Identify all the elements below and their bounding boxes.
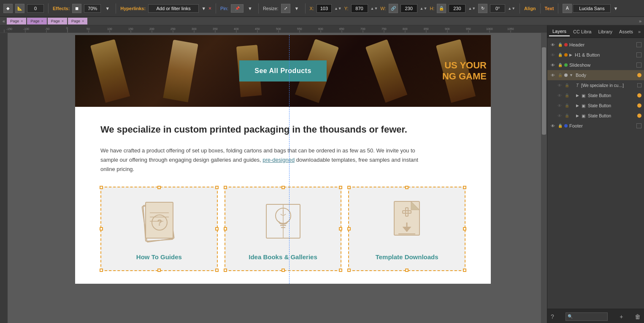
rotation2-stepper[interactable]: ▲▼ [508, 6, 515, 11]
layer-text-specialize[interactable]: 👁 🔒 T [We specialize in cu…] [554, 80, 644, 90]
tab-cc-libra[interactable]: CC Libra [570, 27, 595, 36]
layer-slideshow-lock[interactable]: 🔒 [557, 62, 563, 68]
hyperlinks-input[interactable] [148, 4, 199, 13]
tool-icon[interactable]: ◆ [3, 4, 13, 13]
layer-slideshow-name: Slideshow [569, 62, 635, 68]
layer-sb3-eye[interactable]: 👁 [557, 113, 563, 119]
layer-text-checkbox[interactable] [637, 83, 641, 87]
tabs-bar: « Page × Page × Page × Page × 650 735 87… [0, 17, 644, 25]
layer-footer-checkbox[interactable] [636, 123, 641, 128]
layer-h1-button[interactable]: 👁 🔒 ▶ H1 & Button [547, 50, 644, 60]
tab-layers[interactable]: Layers [549, 27, 570, 36]
svg-text:0: 0 [66, 27, 68, 30]
layer-slideshow-eye[interactable]: 👁 [550, 62, 556, 68]
font-dropdown-btn[interactable]: ▼ [612, 6, 620, 11]
three-cols: ? How To Guides [100, 187, 465, 271]
panel-search-input[interactable] [566, 312, 608, 321]
h-stepper[interactable]: ▲▼ [468, 6, 476, 11]
col1-label: How To Guides [136, 253, 182, 261]
rotation-input[interactable] [27, 4, 44, 13]
panel-help-btn[interactable]: ? [551, 313, 554, 320]
font-input[interactable] [573, 4, 611, 13]
layer-header-eye[interactable]: 👁 [550, 42, 556, 48]
resize-dropdown-btn[interactable]: ▼ [293, 6, 301, 11]
scrollbar-thumb[interactable] [542, 47, 546, 135]
panel-delete-btn[interactable]: 🗑 [635, 313, 641, 320]
hyperlinks-dropdown-btn[interactable]: ▼ [200, 6, 208, 11]
body-link-1[interactable]: pre-designed [262, 157, 295, 163]
svg-text:500: 500 [276, 27, 281, 30]
svg-text:100: 100 [107, 27, 112, 30]
w-stepper[interactable]: ▲▼ [420, 6, 428, 11]
layer-sb3-badge [637, 114, 641, 118]
layer-footer[interactable]: 👁 🔒 Footer [547, 121, 644, 131]
layer-sb1-eye[interactable]: 👁 [557, 92, 563, 98]
layer-sb2-expand[interactable]: ▶ [576, 103, 579, 108]
layer-body-eye[interactable]: 👁 [550, 72, 556, 78]
layer-sb3-lock[interactable]: 🔒 [564, 113, 569, 118]
layer-body[interactable]: 👁 🔒 ▼ Body [547, 70, 644, 80]
svg-text:-150: -150 [6, 27, 12, 30]
tab-1[interactable]: Page × [7, 18, 26, 24]
tab-3[interactable]: Page × [48, 18, 67, 24]
layer-sb1-lock[interactable]: 🔒 [564, 93, 569, 98]
layer-sb1-expand[interactable]: ▶ [576, 93, 579, 98]
hyperlinks-clear-btn[interactable]: × [208, 5, 211, 11]
layer-header[interactable]: 👁 🔒 Header [547, 40, 644, 50]
font-icon: A [563, 4, 572, 13]
layer-footer-lock[interactable]: 🔒 [557, 123, 563, 128]
x-stepper[interactable]: ▲▼ [334, 6, 342, 11]
layer-h1-expand[interactable]: ▶ [569, 53, 572, 57]
col-card-3[interactable]: Template Downloads [348, 187, 465, 271]
canvas-scrollbar-v[interactable] [541, 33, 547, 323]
layer-body-expand[interactable]: ▼ [569, 73, 573, 77]
tab-3-close[interactable]: × [62, 19, 64, 23]
tab-assets[interactable]: Assets [616, 27, 636, 36]
layer-sb2-lock[interactable]: 🔒 [564, 103, 569, 108]
layer-footer-eye[interactable]: 👁 [550, 123, 556, 129]
y-stepper[interactable]: ▲▼ [371, 6, 378, 11]
layer-state-btn-3[interactable]: 👁 🔒 ▶ ▣ State Button [554, 111, 644, 121]
see-all-products-btn[interactable]: See All Products [239, 60, 327, 81]
y-input[interactable] [351, 4, 368, 13]
layer-state-btn-1[interactable]: 👁 🔒 ▶ ▣ State Button [554, 90, 644, 100]
tab-2-close[interactable]: × [41, 19, 43, 23]
tab-4[interactable]: Page × [68, 18, 87, 24]
layer-header-name: Header [569, 42, 635, 47]
col-card-2[interactable]: Idea Books & Galleries [225, 187, 342, 271]
layer-footer-color [564, 124, 568, 128]
bottle-2 [163, 40, 198, 102]
layer-slideshow[interactable]: 👁 🔒 Slideshow [547, 60, 644, 70]
tab-1-close[interactable]: × [21, 19, 23, 23]
rotation2-input[interactable] [490, 4, 505, 13]
h-input[interactable] [449, 4, 465, 13]
layer-header-lock[interactable]: 🔒 [557, 42, 563, 47]
layer-text-eye[interactable]: 👁 [557, 82, 563, 88]
x-input[interactable] [317, 4, 332, 13]
tab-arrow-left[interactable]: « [2, 19, 6, 24]
tab-arrow-right[interactable]: » [638, 19, 642, 24]
pin-dropdown-btn[interactable]: ▼ [246, 6, 254, 11]
col-card-1[interactable]: ? How To Guides [100, 187, 218, 271]
layer-h1-eye[interactable]: 👁 [550, 52, 556, 58]
tab-2[interactable]: Page × [27, 18, 46, 24]
layer-h1-lock[interactable]: 🔒 [557, 52, 563, 57]
layer-body-lock[interactable]: 🔒 [557, 73, 563, 78]
layer-sb2-eye[interactable]: 👁 [557, 103, 563, 109]
effects-dropdown-btn[interactable]: ▼ [103, 6, 111, 11]
tab-more[interactable]: » [636, 29, 642, 34]
hero-text-line2: NG GAME [442, 71, 487, 82]
layer-header-checkbox[interactable] [636, 42, 641, 47]
layer-text-icon: T [576, 83, 579, 88]
layer-sb3-expand[interactable]: ▶ [576, 114, 579, 118]
layer-text-lock[interactable]: 🔒 [564, 83, 569, 88]
effects-input[interactable] [84, 4, 101, 13]
w-input[interactable] [400, 4, 417, 13]
layer-slideshow-checkbox[interactable] [636, 62, 641, 68]
layer-state-btn-2[interactable]: 👁 🔒 ▶ ▣ State Button [554, 100, 644, 111]
layer-h1-checkbox[interactable] [636, 52, 641, 57]
handle-bl-2 [224, 269, 227, 272]
tab-4-close[interactable]: × [82, 19, 84, 23]
panel-add-btn[interactable]: + [620, 313, 623, 320]
tab-library[interactable]: Library [595, 27, 616, 36]
